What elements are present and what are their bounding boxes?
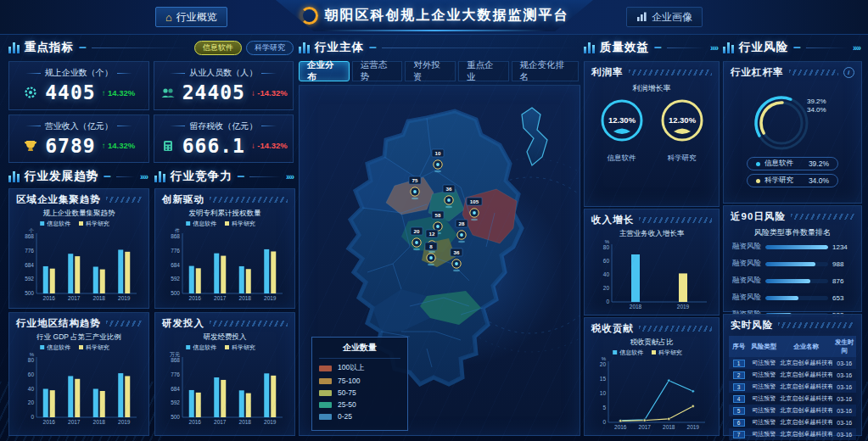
kpi-value: 4405: [45, 81, 95, 103]
svg-text:2019: 2019: [118, 419, 131, 425]
card-realtime-risk: 实时风险 序号风险类型企业名称发生时间1司法预警北京启创卓越科技有限公司03-1…: [723, 314, 862, 436]
svg-text:2017: 2017: [68, 295, 81, 301]
svg-text:684: 684: [171, 386, 180, 392]
nav-left-label: 行业概览: [176, 10, 217, 25]
risk-table-row[interactable]: 6司法预警北京启创卓越科技有限公司03-16: [729, 416, 856, 428]
svg-text:2016: 2016: [189, 419, 202, 425]
panel-bars-icon: [154, 171, 165, 182]
svg-text:2019: 2019: [264, 419, 277, 425]
risk-table-row[interactable]: 4司法预警北京启创卓越科技有限公司03-16: [729, 393, 856, 405]
card-innovation: 创新驱动 发明专利累计授权数量信息软件科学研究件5005926847768682…: [154, 188, 295, 309]
svg-text:75: 75: [412, 177, 418, 183]
leverage-legend-item: 信息软件39.2%: [747, 157, 838, 170]
filter-tag[interactable]: 信息软件: [194, 41, 242, 55]
kpi-label: 营业收入（亿元）: [14, 120, 143, 132]
svg-text:2019: 2019: [677, 304, 690, 310]
risk-table-row[interactable]: 1司法预警北京启创卓越科技有限公司03-16: [729, 357, 856, 369]
subpanel-title: 行业地区结构趋势: [16, 317, 101, 330]
subpanel-title: 创新驱动: [162, 193, 204, 206]
tab-规企变化排名[interactable]: 规企变化排名: [512, 61, 579, 81]
card-tax-contribution: 税收贡献 税收贡献占比信息软件科学研究%05101520201620172018…: [584, 317, 720, 436]
realtime-risk-table: 序号风险类型企业名称发生时间1司法预警北京启创卓越科技有限公司03-162司法预…: [724, 336, 861, 441]
svg-text:0: 0: [606, 299, 609, 304]
people-icon: [160, 84, 176, 101]
svg-text:592: 592: [25, 276, 34, 282]
risk-table-row[interactable]: 7司法预警北京启创卓越科技有限公司03-16: [729, 428, 856, 440]
profit-gauge: 12.30%科学研究: [658, 98, 707, 164]
svg-text:科学研究: 科学研究: [86, 220, 109, 227]
svg-text:万元: 万元: [170, 351, 180, 357]
info-icon[interactable]: [843, 67, 854, 78]
panel-header-trend: 行业发展趋势 –: [8, 168, 148, 185]
nav-enterprise-profile-button[interactable]: 企业画像: [626, 7, 703, 27]
kpi-delta: ↑ 14.32%: [102, 88, 136, 98]
risk-rank-row: 融资风险653: [724, 289, 861, 306]
risk-table-row[interactable]: 5司法预警北京启创卓越科技有限公司03-16: [729, 405, 856, 416]
kpi-card: 从业人员数（人）24405↓ -14.32%: [154, 61, 294, 110]
svg-text:776: 776: [25, 248, 34, 254]
svg-text:信息软件: 信息软件: [193, 220, 216, 227]
leverage-legend: 信息软件39.2%科学研究34.0%: [724, 157, 861, 187]
bar-chart-icon: [636, 12, 647, 22]
expand-arrows-icon[interactable]: [710, 43, 718, 53]
map-legend-title: 企业数量: [319, 342, 400, 359]
table-header: 企业名称: [779, 336, 832, 357]
chart-title: 风险类型事件数量排名: [724, 225, 861, 238]
svg-text:2016: 2016: [43, 419, 56, 425]
kpi-card: 规上企业数（个）4405↑ 14.32%: [8, 61, 149, 110]
panel-bars-icon: [299, 42, 310, 53]
legend-item: 25-50: [319, 400, 400, 409]
svg-text:2018: 2018: [663, 424, 675, 430]
filter-tag[interactable]: 科学研究: [246, 41, 294, 55]
industry-filter-tags: 信息软件科学研究: [194, 41, 294, 55]
kpi-value: 666.1: [182, 135, 245, 157]
chart-gdp-share: 行业 GDP 占第三产业比例信息软件科学研究%02040608020162017…: [16, 332, 142, 427]
svg-text:信息软件: 信息软件: [193, 344, 216, 351]
svg-text:28: 28: [459, 220, 465, 226]
panel-title: 重点指标: [25, 40, 74, 55]
svg-text:15: 15: [600, 376, 607, 382]
svg-text:868: 868: [171, 357, 180, 363]
svg-text:20: 20: [28, 399, 35, 405]
subpanel-title: 利润率: [591, 66, 624, 79]
svg-text:20: 20: [603, 285, 610, 291]
nav-industry-overview-button[interactable]: ⌂ 行业概览: [155, 7, 227, 27]
svg-text:12.30%: 12.30%: [608, 115, 636, 125]
risk-rank-row: 融资风险876: [724, 272, 861, 289]
svg-text:39.2%: 39.2%: [807, 98, 826, 105]
expand-arrows-icon[interactable]: [140, 172, 148, 181]
kpi-label: 留存税收（亿元）: [160, 120, 288, 132]
card-risk-90days: 近90日风险 风险类型事件数量排名融资风险1234融资风险988融资风险876融…: [723, 205, 862, 312]
svg-text:12.30%: 12.30%: [668, 115, 696, 125]
panel-header-competitiveness: 行业竞争力 –: [154, 168, 294, 185]
tab-重点企业[interactable]: 重点企业: [458, 61, 509, 81]
svg-text:8: 8: [429, 243, 433, 249]
panel-bars-icon: [584, 42, 595, 53]
svg-text:研发经费投入: 研发经费投入: [204, 332, 248, 341]
tab-对外投资[interactable]: 对外投资: [405, 61, 456, 81]
map-tab-bar: 企业分布运营态势对外投资重点企业规企变化排名: [299, 61, 579, 81]
kpi-grid: 规上企业数（个）4405↑ 14.32%从业人员数（人）24405↓ -14.3…: [8, 61, 294, 163]
card-rnd-investment: 研发投入 研发经费投入信息软件科学研究万元5005926847768682016…: [154, 312, 295, 436]
trophy-icon: [22, 137, 39, 154]
risk-table-row[interactable]: 2司法预警北京启创卓越科技有限公司03-16: [729, 369, 856, 381]
top-header-bar: ⌂ 行业概览 朝阳区科创规上企业大数据监测平台 企业画像: [0, 0, 868, 35]
risk-table-row[interactable]: 3司法预警北京启创卓越科技有限公司03-16: [729, 381, 856, 393]
tab-运营态势[interactable]: 运营态势: [352, 61, 403, 81]
platform-title: 朝阳区科创规上企业大数据监测平台: [325, 7, 569, 25]
kpi-value: 24405: [182, 81, 245, 103]
panel-header-industry-主体: 行业主体 –: [299, 39, 579, 56]
expand-arrows-icon[interactable]: [286, 172, 294, 181]
svg-text:2018: 2018: [630, 304, 642, 310]
svg-text:2017: 2017: [68, 419, 81, 425]
svg-text:2019: 2019: [264, 295, 277, 301]
svg-text:0: 0: [31, 414, 34, 420]
svg-text:主营业务收入增长率: 主营业务收入增长率: [619, 229, 685, 237]
leverage-legend-item: 科学研究34.0%: [747, 174, 838, 187]
expand-arrows-icon[interactable]: [853, 43, 860, 53]
panel-bars-icon: [723, 42, 734, 53]
tab-企业分布[interactable]: 企业分布: [299, 61, 350, 81]
panel-title: 行业主体: [315, 40, 364, 55]
svg-text:2017: 2017: [214, 295, 227, 301]
svg-text:12: 12: [429, 231, 435, 237]
